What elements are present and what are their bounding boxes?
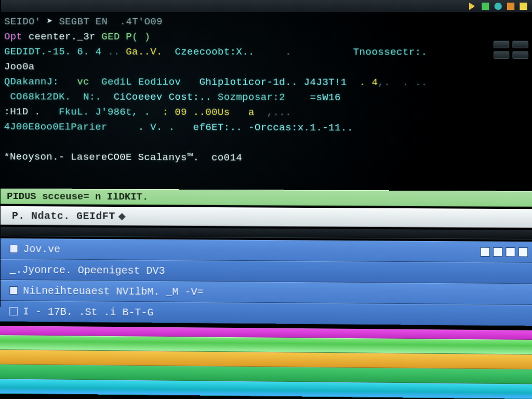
square-green-icon[interactable]	[482, 3, 489, 10]
task-row[interactable]: Jov.ve	[1, 238, 532, 263]
terminal-line: CO68k12DK. N:. CiCoeeev Cost:.. Sozmposa…	[4, 89, 532, 106]
terminal-line: :H1D . FkuL. J'986t, . : 09 ..00Us a ,..…	[4, 104, 532, 121]
row-button[interactable]	[493, 247, 502, 257]
terminal-token: GEDIDT	[4, 46, 41, 58]
terminal-token: : 09 ..00Us a	[150, 107, 255, 118]
row-button[interactable]	[506, 247, 515, 257]
play-icon[interactable]	[469, 3, 476, 10]
title-bar	[1, 0, 532, 12]
terminal-token: =sW16	[310, 92, 341, 103]
circle-teal-icon[interactable]	[495, 3, 502, 10]
terminal-token: Tnoossectr:.	[353, 46, 428, 58]
terminal-token: Ghiploticor-1d.. J4J3T!1	[200, 76, 347, 88]
task-label: _.Jyonrce. Opeenigest DV3	[10, 263, 165, 276]
terminal-line: Opt ceenter._3r GED P( )	[4, 30, 532, 45]
square-icon	[10, 245, 18, 253]
terminal-token: CiCoeeev Cost:..	[114, 91, 218, 103]
terminal-token: vc	[77, 76, 89, 88]
task-row[interactable]: I - 17B. .St .i B-T-G	[0, 301, 532, 326]
terminal-token: GED P( )	[101, 31, 150, 43]
outline-square-icon	[9, 307, 18, 315]
diamond-icon	[118, 213, 126, 220]
terminal-line: GEDIDT.-15. 6. 4 .. Ga..V. Czeecoobt:X..…	[4, 45, 532, 60]
task-label: I - 17B. .St .i B-T-G	[23, 305, 153, 318]
terminal-token: Ga..V.	[126, 46, 163, 58]
terminal-token: Opt	[4, 31, 22, 43]
separator-bar	[1, 227, 532, 240]
terminal-token: ,...	[255, 107, 291, 118]
row-button[interactable]	[481, 247, 490, 257]
terminal-token: QDakannJ:	[4, 76, 77, 87]
terminal-token: Sozmposar:2	[218, 91, 310, 103]
row-buttons	[481, 247, 528, 257]
terminal-line: 4J00E8oo0ElParier . V. . ef6ET:.. -Orcca…	[4, 119, 532, 137]
square-orange-icon[interactable]	[507, 3, 514, 10]
terminal-line: Joo0a	[4, 59, 532, 75]
terminal-token: *Neoyson.- LasereCO0E Scalanys™. co014	[4, 151, 242, 164]
task-label: NiLneihteuaest NVIlbM. _M -V=	[23, 285, 203, 298]
terminal-token: . 4	[347, 77, 378, 88]
terminal-line: SEIDO' ➤ SEGBT EN .4T'O09	[4, 15, 532, 30]
terminal-line: QDakannJ: vc GediL Eodiiov Ghiploticor-1…	[4, 74, 532, 90]
selected-line-active[interactable]: PIDUS scceuse= n IlDKIT.	[1, 189, 532, 207]
terminal-token: ..	[101, 46, 126, 58]
color-bars	[0, 326, 532, 399]
terminal-token: ceenter._3r	[22, 31, 101, 43]
terminal-token: ef6ET:.. -Orccas:x.1.-11..	[175, 122, 353, 134]
terminal-token: 4J00E8oo0ElParier . V. .	[4, 121, 175, 133]
square-icon	[9, 286, 18, 295]
row-button[interactable]	[518, 247, 528, 257]
terminal-token: GediL Eodiiov	[89, 76, 200, 88]
terminal-token: CO68k12DK. N:.	[4, 91, 114, 102]
terminal-token: SEGBT EN .4T'O09	[59, 16, 163, 28]
terminal-token: SEIDO'	[4, 16, 41, 28]
terminal-token: ➤	[41, 16, 59, 28]
task-label: Jov.ve	[23, 243, 61, 256]
terminal-token: Czeecoobt:X..	[163, 46, 255, 58]
terminal-token: .	[255, 46, 353, 58]
path-row[interactable]: P. Ndatc. GEIdFT	[1, 206, 532, 228]
terminal-token: Joo0a	[4, 61, 35, 72]
terminal-output: SEIDO' ➤ SEGBT EN .4T'O09Opt ceenter._3r…	[4, 15, 532, 167]
terminal-token: ,. . ..	[378, 77, 427, 88]
selected-text: PIDUS scceuse= n IlDKIT.	[7, 191, 148, 203]
terminal-token: :H1D .	[4, 106, 41, 117]
path-text: P. Ndatc. GEIdFT	[12, 210, 115, 222]
task-list-panel: Jov.ve _.Jyonrce. Opeenigest DV3 NiLneih…	[0, 238, 532, 326]
square-yellow-icon[interactable]	[520, 3, 527, 10]
terminal-line: *Neoyson.- LasereCO0E Scalanys™. co014	[4, 150, 532, 167]
terminal-token: .-15. 6. 4	[41, 46, 101, 58]
terminal-line	[4, 135, 532, 152]
terminal-token: FkuL. J'986t, .	[41, 106, 150, 118]
